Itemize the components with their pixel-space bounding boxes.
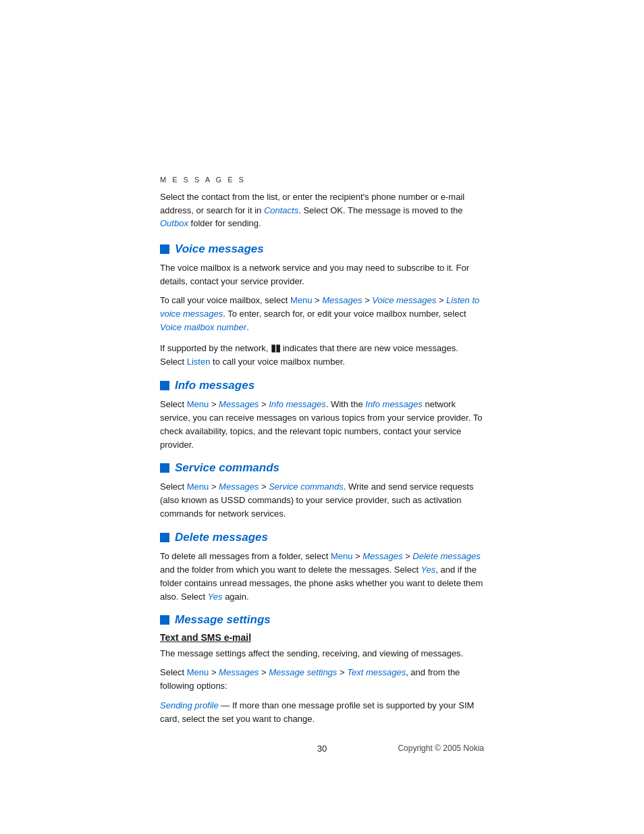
- delete-messages-link[interactable]: Messages: [363, 551, 402, 561]
- voice-messages-p3: If supported by the network, ▮▮ indicate…: [160, 340, 484, 369]
- message-settings-link[interactable]: Message settings: [269, 667, 337, 677]
- delete-messages-p1: To delete all messages from a folder, se…: [160, 550, 484, 604]
- service-commands-p1: Select Menu > Messages > Service command…: [160, 480, 484, 521]
- text-sms-p1: The message settings affect the sending,…: [160, 647, 484, 660]
- service-commands-link[interactable]: Service commands: [269, 481, 344, 492]
- sending-profile-link[interactable]: Sending profile: [160, 700, 219, 710]
- delete-messages-sub-link[interactable]: Delete messages: [412, 551, 480, 561]
- info-messages-link[interactable]: Messages: [219, 399, 259, 409]
- info-messages-sub-link[interactable]: Info messages: [269, 399, 326, 409]
- voice-messages-icon: [160, 244, 169, 254]
- service-commands-body: Select Menu > Messages > Service command…: [160, 480, 484, 521]
- service-commands-title: Service commands: [175, 461, 279, 475]
- listen-link[interactable]: Listen: [187, 357, 211, 367]
- info-menu-link[interactable]: Menu: [187, 399, 209, 409]
- info-messages-heading: Info messages: [160, 379, 484, 392]
- text-sms-email-body: The message settings affect the sending,…: [160, 647, 484, 726]
- delete-yes-again-link[interactable]: Yes: [208, 592, 223, 602]
- text-sms-email-heading: Text and SMS e‑mail: [160, 632, 484, 643]
- settings-menu-link[interactable]: Menu: [187, 667, 209, 677]
- message-settings-icon: [160, 615, 169, 625]
- contacts-link[interactable]: Contacts: [264, 205, 298, 215]
- outbox-link[interactable]: Outbox: [160, 218, 188, 228]
- delete-yes-link[interactable]: Yes: [421, 565, 436, 575]
- voice-menu-link[interactable]: Menu: [290, 295, 313, 305]
- voice-messages-sub-link[interactable]: Voice messages: [372, 295, 436, 305]
- text-sms-p3: Sending profile — If more than one messa…: [160, 699, 484, 726]
- settings-messages-link[interactable]: Messages: [219, 667, 259, 677]
- voice-messages-title: Voice messages: [175, 242, 264, 256]
- message-settings-heading: Message settings: [160, 613, 484, 627]
- voicemail-icon: ▮▮: [271, 340, 280, 355]
- service-menu-link[interactable]: Menu: [187, 481, 209, 492]
- text-messages-link[interactable]: Text messages: [347, 667, 406, 677]
- footer: 30 Copyright © 2005 Nokia: [160, 739, 484, 758]
- delete-messages-title: Delete messages: [175, 531, 268, 544]
- voice-messages-p2: To call your voice mailbox, select Menu …: [160, 294, 484, 334]
- page-number: 30: [268, 744, 376, 754]
- voice-messages-body: The voice mailbox is a network service a…: [160, 261, 484, 369]
- text-sms-p2: Select Menu > Messages > Message setting…: [160, 666, 484, 693]
- info-messages-p1: Select Menu > Messages > Info messages. …: [160, 398, 484, 452]
- intro-text-2: . Select OK. The message is moved to the: [298, 205, 462, 215]
- info-messages-icon: [160, 381, 169, 390]
- service-commands-heading: Service commands: [160, 461, 484, 475]
- delete-messages-icon: [160, 533, 169, 542]
- info-messages-body: Select Menu > Messages > Info messages. …: [160, 398, 484, 452]
- service-messages-link[interactable]: Messages: [219, 481, 259, 492]
- info-messages-network-link[interactable]: Info messages: [365, 399, 423, 409]
- content-area: M e s s a g e s Select the contact from …: [160, 0, 484, 798]
- footer-copyright: Copyright © 2005 Nokia: [376, 744, 484, 753]
- delete-messages-body: To delete all messages from a folder, se…: [160, 550, 484, 604]
- info-messages-title: Info messages: [175, 379, 254, 392]
- voice-mailbox-number-link[interactable]: Voice mailbox number: [160, 322, 246, 332]
- page: M e s s a g e s Select the contact from …: [0, 0, 644, 834]
- section-label: M e s s a g e s: [160, 176, 484, 184]
- service-commands-icon: [160, 463, 169, 473]
- voice-messages-link[interactable]: Messages: [322, 295, 362, 305]
- delete-menu-link[interactable]: Menu: [331, 551, 353, 561]
- voice-messages-p1: The voice mailbox is a network service a…: [160, 261, 484, 288]
- intro-text-3: folder for sending.: [188, 218, 261, 228]
- message-settings-title: Message settings: [175, 613, 271, 627]
- intro-paragraph: Select the contact from the list, or ent…: [160, 190, 484, 230]
- delete-messages-heading: Delete messages: [160, 531, 484, 544]
- voice-messages-heading: Voice messages: [160, 242, 484, 256]
